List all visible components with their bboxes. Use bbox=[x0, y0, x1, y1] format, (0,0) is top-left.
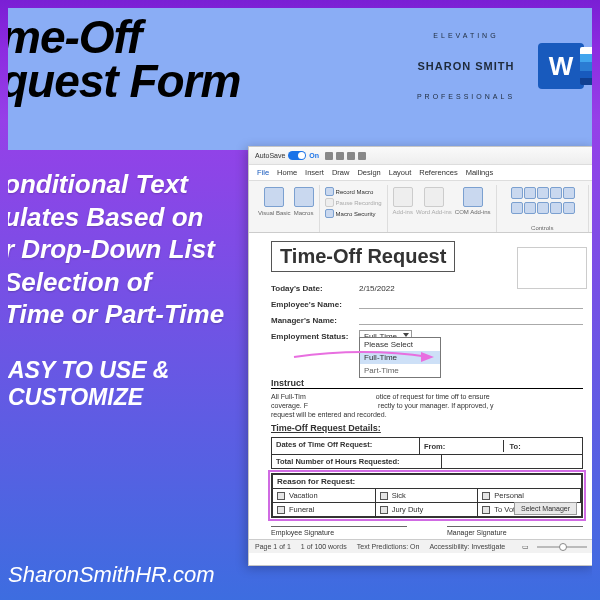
hours-label: Total Number of Hours Requested: bbox=[272, 455, 442, 468]
instructions-heading: Instruct bbox=[271, 378, 583, 389]
from-label: From: bbox=[424, 442, 445, 451]
checkbox-jury[interactable] bbox=[380, 506, 388, 514]
employee-input[interactable] bbox=[359, 299, 583, 309]
details-heading: Time-Off Request Details: bbox=[271, 423, 583, 433]
manager-input[interactable] bbox=[359, 315, 583, 325]
titlebar: AutoSave On bbox=[249, 147, 592, 165]
dates-table: Dates of Time Off Request: From: To: Tot… bbox=[271, 437, 583, 469]
reason-jury: Jury Duty bbox=[392, 505, 424, 514]
reason-heading: Reason for Request: bbox=[273, 475, 581, 489]
control-icon[interactable] bbox=[537, 202, 549, 214]
checkbox-sick[interactable] bbox=[380, 492, 388, 500]
word-addins-icon[interactable] bbox=[424, 187, 444, 207]
sb-accessibility[interactable]: Accessibility: Investigate bbox=[429, 543, 505, 550]
word-letter: W bbox=[549, 51, 574, 82]
reason-personal: Personal bbox=[494, 491, 524, 500]
record-macro-label: Record Macro bbox=[336, 189, 374, 195]
field-manager-name: Manager's Name: bbox=[271, 314, 583, 326]
toggle-on-icon[interactable] bbox=[288, 151, 306, 160]
select-manager-button[interactable]: Select Manager bbox=[514, 502, 577, 515]
menu-bar: File Home Insert Draw Design Layout Refe… bbox=[249, 165, 592, 181]
control-icon[interactable] bbox=[563, 202, 575, 214]
dd-fulltime[interactable]: Full-Time bbox=[360, 351, 440, 364]
control-icon[interactable] bbox=[537, 187, 549, 199]
macros-label: Macros bbox=[294, 210, 314, 216]
instr-b1a: All Full-Tim bbox=[271, 393, 306, 400]
logo-arc-bottom: PROFESSIONALS bbox=[417, 93, 515, 100]
com-addins-icon[interactable] bbox=[463, 187, 483, 207]
dd-parttime[interactable]: Part-Time bbox=[360, 364, 440, 377]
manager-signature: Manager Signature bbox=[447, 526, 583, 536]
menu-layout[interactable]: Layout bbox=[389, 168, 412, 177]
ribbon-group-addins: Add-ins Word Add-ins COM Add-ins bbox=[388, 185, 497, 232]
checkbox-funeral[interactable] bbox=[277, 506, 285, 514]
menu-mailings[interactable]: Mailings bbox=[466, 168, 494, 177]
control-icon[interactable] bbox=[511, 187, 523, 199]
macro-security-label: Macro Security bbox=[336, 211, 376, 217]
sharon-smith-logo: ELEVATING SHARON SMITH PROFESSIONALS bbox=[396, 16, 536, 116]
visual-basic-icon[interactable] bbox=[264, 187, 284, 207]
control-icon[interactable] bbox=[550, 187, 562, 199]
checkbox-personal[interactable] bbox=[482, 492, 490, 500]
control-icon[interactable] bbox=[524, 202, 536, 214]
instr-b2b: rectly to your manager. If approved, y bbox=[378, 402, 494, 409]
ribbon-group-code: Visual Basic Macros bbox=[253, 185, 320, 232]
from-input[interactable] bbox=[451, 440, 503, 452]
visual-basic-label: Visual Basic bbox=[258, 210, 291, 216]
chevron-down-icon bbox=[403, 333, 409, 337]
pause-recording-icon bbox=[325, 198, 334, 207]
quick-access-toolbar[interactable] bbox=[325, 152, 366, 160]
sb-page[interactable]: Page 1 of 1 bbox=[255, 543, 291, 550]
control-icon[interactable] bbox=[550, 202, 562, 214]
status-bar: Page 1 of 1 1 of 100 words Text Predicti… bbox=[249, 539, 592, 553]
status-dropdown-list[interactable]: Please Select Full-Time Part-Time bbox=[359, 337, 441, 378]
zoom-slider[interactable] bbox=[537, 546, 587, 548]
redo-icon[interactable] bbox=[347, 152, 355, 160]
logo-arc-top: ELEVATING bbox=[433, 32, 498, 39]
checkbox-vacation[interactable] bbox=[277, 492, 285, 500]
instr-b2a: coverage. F bbox=[271, 402, 308, 409]
to-input[interactable] bbox=[527, 440, 578, 452]
macro-security-icon[interactable] bbox=[325, 209, 334, 218]
control-icon[interactable] bbox=[563, 187, 575, 199]
signature-row: Employee Signature Manager Signature bbox=[271, 526, 583, 536]
dd-please-select[interactable]: Please Select bbox=[360, 338, 440, 351]
word-window: AutoSave On File Home Insert bbox=[248, 146, 592, 566]
today-value[interactable]: 2/15/2022 bbox=[359, 284, 395, 293]
reason-funeral: Funeral bbox=[289, 505, 314, 514]
autosave-state: On bbox=[309, 152, 319, 159]
menu-file[interactable]: File bbox=[257, 168, 269, 177]
today-label: Today's Date: bbox=[271, 284, 359, 293]
menu-draw[interactable]: Draw bbox=[332, 168, 350, 177]
ribbon-group-macro-ctrl: Record Macro Pause Recording Macro Secur… bbox=[320, 185, 388, 232]
sb-words[interactable]: 1 of 100 words bbox=[301, 543, 347, 550]
footer-url: SharonSmithHR.com bbox=[8, 558, 592, 592]
autosave-toggle[interactable]: AutoSave On bbox=[255, 151, 319, 160]
menu-home[interactable]: Home bbox=[277, 168, 297, 177]
control-icon[interactable] bbox=[511, 202, 523, 214]
status-label: Employment Status: bbox=[271, 332, 359, 341]
controls-group-label: Controls bbox=[531, 225, 553, 231]
record-macro-icon[interactable] bbox=[325, 187, 334, 196]
ribbon: Visual Basic Macros Record Macro Pause R… bbox=[249, 181, 592, 233]
doc-title: Time-Off Request bbox=[271, 241, 455, 272]
logo-cluster: ELEVATING SHARON SMITH PROFESSIONALS W bbox=[396, 16, 584, 116]
ribbon-group-controls: Controls bbox=[497, 185, 589, 232]
undo-icon[interactable] bbox=[336, 152, 344, 160]
qat-more-icon[interactable] bbox=[358, 152, 366, 160]
save-icon[interactable] bbox=[325, 152, 333, 160]
control-icon[interactable] bbox=[524, 187, 536, 199]
company-logo-placeholder bbox=[517, 247, 587, 289]
word-addins-label: Word Add-ins bbox=[416, 209, 452, 215]
reason-vacation: Vacation bbox=[289, 491, 318, 500]
menu-references[interactable]: References bbox=[419, 168, 457, 177]
checkbox-vote[interactable] bbox=[482, 506, 490, 514]
sb-predictions[interactable]: Text Predictions: On bbox=[357, 543, 420, 550]
addins-icon[interactable] bbox=[393, 187, 413, 207]
logo-text: SHARON SMITH bbox=[418, 60, 515, 72]
menu-insert[interactable]: Insert bbox=[305, 168, 324, 177]
view-icon[interactable]: ▭ bbox=[522, 543, 529, 551]
macros-icon[interactable] bbox=[294, 187, 314, 207]
menu-design[interactable]: Design bbox=[357, 168, 380, 177]
hours-input[interactable] bbox=[442, 455, 582, 468]
